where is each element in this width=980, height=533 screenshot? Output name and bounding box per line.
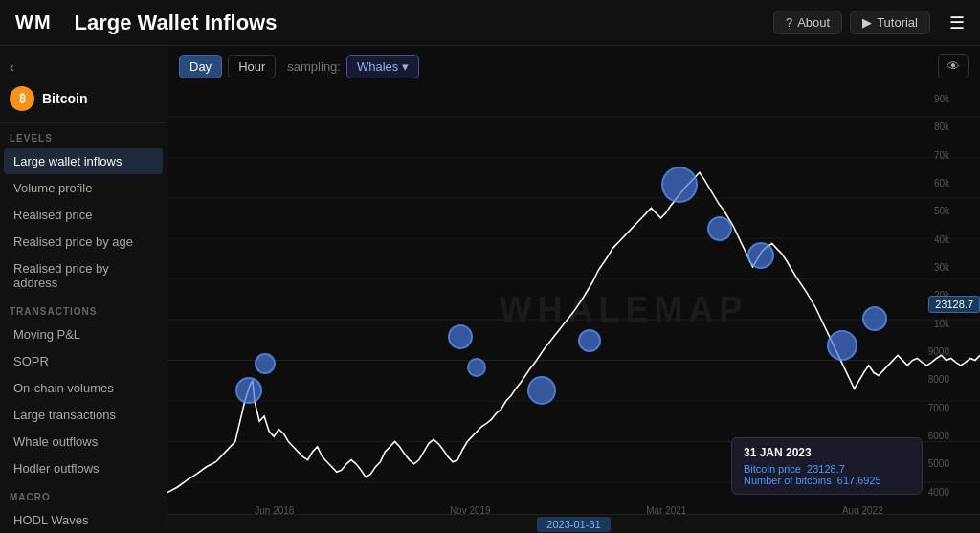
section-label-transactions: TRANSACTIONS [0,297,167,321]
whale-dot-2[interactable] [255,353,276,374]
sidebar-item-volume-profile[interactable]: Volume profile [4,175,163,201]
sidebar-item-hodl-waves[interactable]: HODL Waves [4,507,163,533]
hour-button[interactable]: Hour [228,55,276,78]
date-current: 2023-01-31 [537,517,610,532]
page-title: Large Wallet Inflows [75,11,773,35]
about-button[interactable]: ? About [773,11,842,34]
chart-area: WHALEMAP [167,86,980,533]
sidebar-item-realised-price[interactable]: Realised price [4,202,163,228]
sidebar-item-hodler-outflows[interactable]: Hodler outflows [4,455,163,481]
price-tag: 23128.7 [928,296,980,313]
coin-name: Bitcoin [42,91,87,106]
header-actions: ? About ▶ Tutorial ☰ [773,11,965,34]
day-button[interactable]: Day [179,55,222,78]
sidebar-coin: ₿ Bitcoin [0,80,167,123]
whale-dot-4[interactable] [467,358,486,377]
chart-tooltip: 31 JAN 2023 Bitcoin price 23128.7 Number… [731,437,923,495]
whale-dot-9[interactable] [747,242,774,269]
content-area: Day Hour sampling: Whales ▾ 👁 WHALEMAP [167,46,980,533]
whale-dot-10[interactable] [827,330,858,361]
menu-icon[interactable]: ☰ [949,12,965,33]
whale-dot-1[interactable] [235,377,262,404]
sidebar-item-whale-outflows[interactable]: Whale outflows [4,429,163,455]
tooltip-price-row: Bitcoin price 23128.7 [744,463,910,475]
header: WM Large Wallet Inflows ? About ▶ Tutori… [0,0,980,46]
sidebar-item-realised-price-address[interactable]: Realised price by address [4,255,163,296]
tooltip-bitcoins-row: Number of bitcoins 617.6925 [744,475,910,486]
tooltip-date: 31 JAN 2023 [744,446,910,459]
whale-dot-5[interactable] [527,376,556,405]
whale-dot-11[interactable] [862,306,887,331]
bitcoin-icon: ₿ [10,86,34,111]
visibility-toggle-button[interactable]: 👁 [938,54,969,78]
sidebar-item-sopr[interactable]: SOPR [4,348,163,374]
sidebar-item-realised-price-age[interactable]: Realised price by age [4,229,163,255]
sidebar: ‹ ₿ Bitcoin LEVELS Large wallet inflows … [0,46,167,533]
question-icon: ? [786,15,792,30]
play-icon: ▶ [862,15,872,30]
sidebar-item-large-wallet-inflows[interactable]: Large wallet inflows [4,148,163,174]
toolbar: Day Hour sampling: Whales ▾ 👁 [167,46,980,86]
sidebar-item-large-transactions[interactable]: Large transactions [4,402,163,428]
eye-icon: 👁 [947,58,960,74]
whale-dot-7[interactable] [661,167,698,203]
sampling-label: sampling: [287,59,341,74]
whale-dot-6[interactable] [578,329,601,352]
sidebar-item-moving-pnl[interactable]: Moving P&L [4,322,163,347]
whale-dot-3[interactable] [448,324,473,349]
section-label-levels: LEVELS [0,123,167,147]
main-layout: ‹ ₿ Bitcoin LEVELS Large wallet inflows … [0,46,980,533]
tutorial-button[interactable]: ▶ Tutorial [850,11,930,34]
date-bar: 2023-01-31 [167,514,980,533]
sidebar-back-button[interactable]: ‹ [0,54,167,80]
chevron-down-icon: ▾ [402,59,409,74]
sampling-value: Whales [357,59,398,74]
back-arrow-icon: ‹ [10,59,14,75]
logo: WM [15,11,52,33]
section-label-macro: MACRO [0,482,167,506]
whale-dot-8[interactable] [707,216,732,241]
sampling-dropdown[interactable]: Whales ▾ [346,55,419,78]
sidebar-item-onchain-volumes[interactable]: On-chain volumes [4,375,163,401]
